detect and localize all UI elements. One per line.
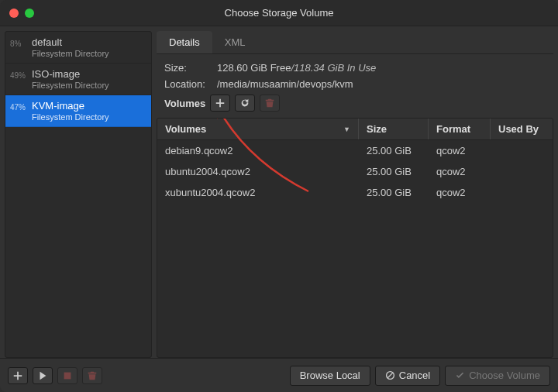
- window-title: Choose Storage Volume: [0, 7, 558, 19]
- cell-size: 25.00 GiB: [359, 164, 429, 179]
- tab-bar: Details XML: [157, 31, 553, 54]
- cell-format: qcow2: [429, 185, 491, 200]
- pool-usage-pct: 8%: [10, 40, 21, 48]
- pool-name: default: [32, 36, 145, 48]
- cancel-icon: [385, 370, 395, 380]
- cancel-label: Cancel: [399, 370, 430, 381]
- cancel-button[interactable]: Cancel: [375, 366, 440, 386]
- trash-icon: [264, 98, 275, 108]
- tab-xml[interactable]: XML: [212, 31, 258, 53]
- details-section: Size: 128.60 GiB Free / 118.34 GiB In Us…: [157, 54, 553, 112]
- table-row[interactable]: debian9.qcow2 25.00 GiB qcow2: [157, 140, 553, 161]
- dialog-body: 8% default Filesystem Directory 49% ISO-…: [0, 26, 558, 358]
- cell-name: debian9.qcow2: [157, 143, 359, 158]
- tab-details[interactable]: Details: [157, 31, 212, 53]
- cell-size: 25.00 GiB: [359, 185, 429, 200]
- refresh-button[interactable]: [235, 95, 255, 112]
- browse-local-button[interactable]: Browse Local: [290, 366, 370, 386]
- size-inuse: 118.34 GiB In Use: [294, 62, 376, 74]
- location-label: Location:: [164, 78, 217, 90]
- volumes-toolbar: Volumes: [164, 95, 546, 112]
- location-value: /media/musaamin/devops/kvm: [217, 78, 353, 90]
- pool-item-kvm-image[interactable]: 47% KVM-image Filesystem Directory: [5, 95, 151, 127]
- pool-usage-pct: 47%: [10, 103, 26, 112]
- dialog-window: Choose Storage Volume 8% default Filesys…: [0, 0, 558, 392]
- pool-type: Filesystem Directory: [32, 49, 145, 58]
- cell-format: qcow2: [429, 164, 491, 179]
- cell-used-by: [491, 185, 553, 200]
- pool-usage-pct: 49%: [10, 71, 26, 80]
- start-pool-button[interactable]: [33, 367, 53, 384]
- plus-icon: [215, 98, 226, 108]
- pool-item-iso-image[interactable]: 49% ISO-image Filesystem Directory: [5, 64, 151, 95]
- size-label: Size:: [164, 62, 217, 74]
- delete-volume-button[interactable]: [260, 95, 280, 112]
- maximize-icon[interactable]: [25, 9, 34, 18]
- cell-size: 25.00 GiB: [359, 143, 429, 158]
- pool-type: Filesystem Directory: [32, 81, 145, 90]
- choose-volume-button[interactable]: Choose Volume: [445, 366, 550, 386]
- close-icon[interactable]: [9, 9, 19, 18]
- window-controls: [0, 9, 34, 18]
- main-panel: Details XML Size: 128.60 GiB Free / 118.…: [157, 31, 553, 358]
- refresh-icon: [239, 98, 250, 108]
- svg-rect-0: [64, 372, 71, 379]
- table-header: Volumes ▼ Size Format Used By: [157, 119, 553, 140]
- cell-name: xubuntu2004.qcow2: [157, 185, 359, 200]
- cell-format: qcow2: [429, 143, 491, 158]
- size-row: Size: 128.60 GiB Free / 118.34 GiB In Us…: [164, 62, 546, 74]
- add-volume-button[interactable]: [210, 95, 230, 112]
- titlebar: Choose Storage Volume: [0, 0, 558, 26]
- play-icon: [37, 370, 48, 381]
- volumes-table: Volumes ▼ Size Format Used By debian9.qc…: [157, 118, 553, 358]
- svg-line-2: [388, 373, 393, 378]
- table-row[interactable]: ubuntu2004.qcow2 25.00 GiB qcow2: [157, 161, 553, 182]
- cell-name: ubuntu2004.qcow2: [157, 164, 359, 179]
- volumes-label: Volumes: [164, 98, 205, 109]
- col-volumes-label: Volumes: [165, 123, 206, 135]
- trash-icon: [87, 370, 98, 381]
- delete-pool-button[interactable]: [82, 367, 102, 384]
- col-format[interactable]: Format: [429, 119, 491, 139]
- table-row[interactable]: xubuntu2004.qcow2 25.00 GiB qcow2: [157, 182, 553, 203]
- stop-icon: [62, 370, 73, 381]
- check-icon: [455, 370, 465, 380]
- pool-name: KVM-image: [32, 100, 145, 112]
- pool-type: Filesystem Directory: [32, 112, 145, 122]
- cell-used-by: [491, 164, 553, 179]
- pool-item-default[interactable]: 8% default Filesystem Directory: [5, 32, 151, 64]
- cell-used-by: [491, 143, 553, 158]
- location-row: Location: /media/musaamin/devops/kvm: [164, 78, 546, 90]
- choose-label: Choose Volume: [469, 370, 540, 381]
- dialog-footer: Browse Local Cancel Choose Volume: [0, 358, 558, 392]
- table-body: debian9.qcow2 25.00 GiB qcow2 ubuntu2004…: [157, 140, 553, 203]
- storage-pool-sidebar: 8% default Filesystem Directory 49% ISO-…: [5, 31, 152, 358]
- pool-name: ISO-image: [32, 68, 145, 80]
- add-pool-button[interactable]: [8, 367, 28, 384]
- col-volumes[interactable]: Volumes ▼: [157, 119, 359, 139]
- storage-pool-list: 8% default Filesystem Directory 49% ISO-…: [5, 31, 152, 358]
- plus-icon: [12, 370, 23, 381]
- size-free: 128.60 GiB Free: [217, 62, 291, 74]
- sort-desc-icon: ▼: [343, 126, 350, 133]
- stop-pool-button[interactable]: [57, 367, 78, 384]
- col-used-by[interactable]: Used By: [491, 119, 553, 139]
- col-size[interactable]: Size: [359, 119, 429, 139]
